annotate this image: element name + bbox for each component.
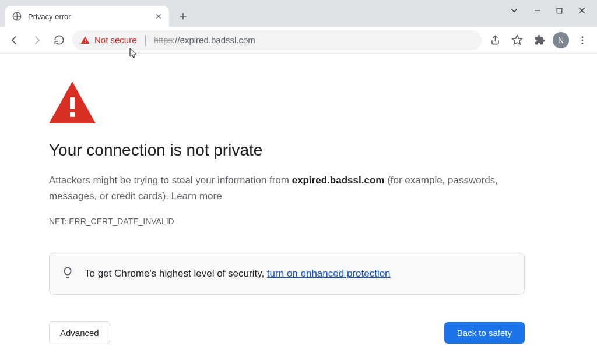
enhanced-protection-box: To get Chrome's highest level of securit… [49,253,525,295]
security-indicator[interactable]: Not secure [80,35,137,45]
svg-rect-3 [85,42,85,43]
svg-point-6 [582,42,584,44]
back-to-safety-button[interactable]: Back to safety [444,322,525,344]
extensions-puzzle-icon[interactable] [531,31,548,49]
svg-rect-8 [70,112,75,117]
warning-body: Attackers might be trying to steal your … [49,172,525,204]
separator [145,35,146,45]
button-row: Advanced Back to safety [49,321,525,344]
error-code: NET::ERR_CERT_DATE_INVALID [49,217,525,226]
new-tab-button[interactable] [175,8,191,24]
close-icon[interactable] [154,12,163,21]
minimize-icon[interactable] [533,6,542,17]
profile-avatar[interactable]: N [553,32,569,48]
enhanced-protection-link[interactable]: turn on enhanced protection [267,268,391,279]
maximize-icon[interactable] [556,6,563,17]
tab-title: Privacy error [28,12,154,21]
warning-triangle-icon [80,36,90,45]
kebab-menu-icon[interactable] [574,31,591,49]
back-button[interactable] [6,31,23,49]
toolbar: Not secure https://expired.badssl.com N [0,27,597,54]
svg-point-5 [582,39,584,41]
browser-tab[interactable]: Privacy error [5,6,169,27]
url-text: https://expired.badssl.com [154,35,255,45]
svg-rect-7 [70,97,75,109]
address-bar[interactable]: Not secure https://expired.badssl.com [72,30,482,50]
svg-rect-1 [557,8,562,13]
warning-triangle-icon [49,82,96,123]
forward-button[interactable] [28,31,45,49]
window-controls [498,0,597,23]
interstitial-content: Your connection is not private Attackers… [0,54,525,344]
chevron-down-icon[interactable] [509,5,519,18]
page-headline: Your connection is not private [49,141,525,160]
security-label: Not secure [94,35,137,45]
reload-button[interactable] [50,31,68,49]
share-icon[interactable] [486,31,504,49]
lightbulb-icon [61,266,74,281]
globe-icon [12,11,22,22]
advanced-button[interactable]: Advanced [49,321,110,344]
bookmark-star-icon[interactable] [508,31,526,49]
window-close-icon[interactable] [577,6,587,17]
svg-rect-2 [85,39,85,41]
svg-point-4 [582,36,584,38]
learn-more-link[interactable]: Learn more [171,190,222,202]
